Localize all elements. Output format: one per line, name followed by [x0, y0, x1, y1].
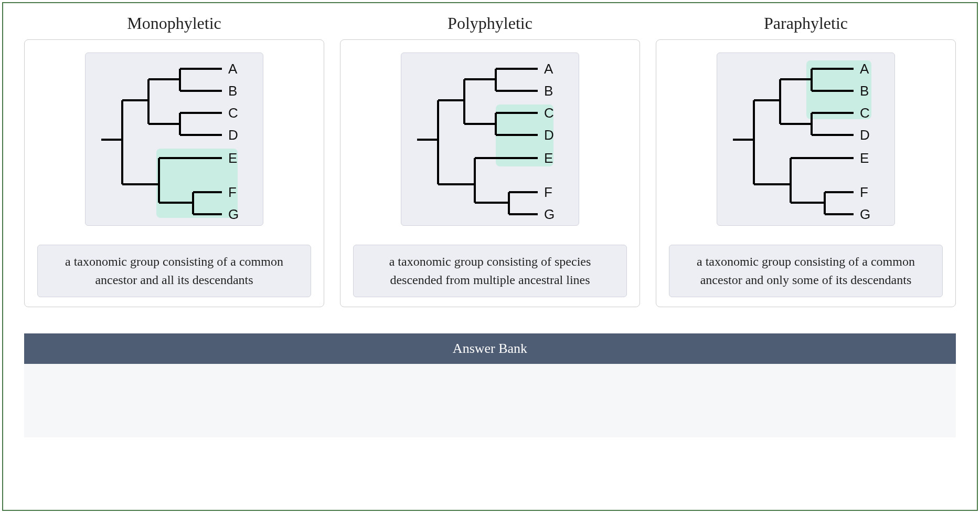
- taxon-label: A: [860, 61, 869, 77]
- answer-bank: Answer Bank: [24, 333, 956, 437]
- taxon-label: D: [544, 127, 554, 143]
- taxon-label: C: [544, 105, 554, 121]
- taxon-label: C: [860, 105, 870, 121]
- cards-row: Monophyletic: [24, 14, 956, 307]
- taxon-label: G: [228, 206, 239, 221]
- taxon-label: G: [860, 206, 870, 221]
- answer-bank-header: Answer Bank: [24, 333, 956, 364]
- card[interactable]: A B C D E F G a taxonomic group consisti…: [340, 39, 640, 307]
- card[interactable]: A B C D E F G a taxonomic group consisti…: [24, 39, 324, 307]
- card-title: Monophyletic: [127, 14, 221, 33]
- taxon-label: A: [228, 61, 238, 77]
- taxon-label: B: [544, 83, 553, 99]
- exercise-frame: Monophyletic: [2, 2, 978, 511]
- taxon-label: E: [544, 150, 553, 166]
- taxon-label: D: [860, 127, 870, 143]
- tree-diagram[interactable]: A B C D E F G: [85, 53, 263, 226]
- taxon-label: F: [544, 184, 552, 200]
- cladogram-svg: A B C D E F G: [91, 58, 257, 221]
- answer-bank-body[interactable]: [24, 364, 956, 437]
- taxon-label: G: [544, 206, 555, 221]
- taxon-label: E: [228, 150, 237, 166]
- description-box[interactable]: a taxonomic group consisting of a common…: [669, 245, 943, 297]
- tree-diagram[interactable]: A B C D E F G: [401, 53, 579, 226]
- taxon-label: C: [228, 105, 238, 121]
- cladogram-svg: A B C D E F G: [407, 58, 572, 221]
- description-box[interactable]: a taxonomic group consisting of a common…: [37, 245, 311, 297]
- taxon-label: B: [860, 83, 869, 99]
- card-title: Polyphyletic: [448, 14, 532, 33]
- card[interactable]: A B C D E F G a taxonomic group consisti…: [656, 39, 956, 307]
- taxon-label: F: [228, 184, 237, 200]
- description-box[interactable]: a taxonomic group consisting of species …: [353, 245, 627, 297]
- taxon-label: A: [544, 61, 553, 77]
- taxon-label: B: [228, 83, 237, 99]
- card-title: Paraphyletic: [764, 14, 848, 33]
- cladogram-svg: A B C D E F G: [722, 58, 888, 221]
- card-column-paraphyletic: Paraphyletic: [656, 14, 956, 307]
- taxon-label: E: [860, 150, 869, 166]
- card-column-polyphyletic: Polyphyletic: [340, 14, 640, 307]
- taxon-label: D: [228, 127, 238, 143]
- tree-lines: [733, 69, 854, 214]
- card-column-monophyletic: Monophyletic: [24, 14, 324, 307]
- tree-diagram[interactable]: A B C D E F G: [717, 53, 895, 226]
- taxon-label: F: [860, 184, 868, 200]
